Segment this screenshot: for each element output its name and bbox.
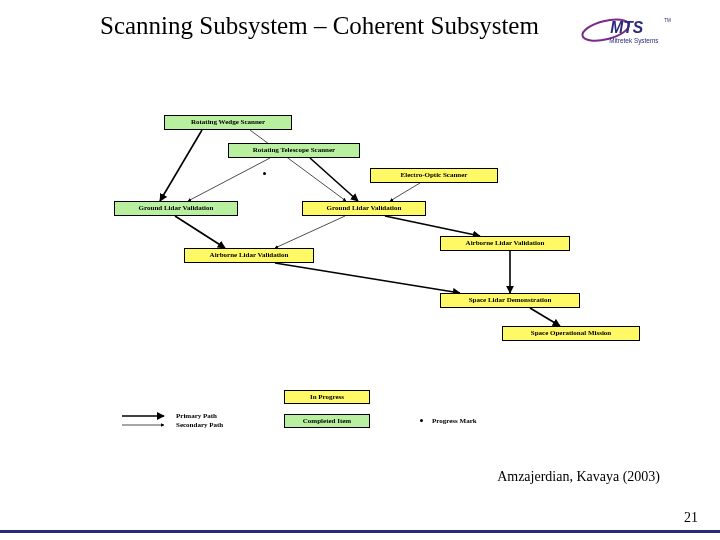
node-space-mission: Space Operational Mission bbox=[502, 326, 640, 341]
citation-text: Amzajerdian, Kavaya (2003) bbox=[497, 469, 660, 485]
node-ground-lidar-2: Ground Lidar Validation bbox=[302, 201, 426, 216]
legend-secondary-label: Secondary Path bbox=[176, 421, 223, 429]
node-electro-optic: Electro-Optic Scanner bbox=[370, 168, 498, 183]
svg-line-10 bbox=[275, 216, 345, 248]
diagram-legend: Primary Path Secondary Path In Progress … bbox=[120, 388, 630, 448]
brand-logo: MTS TM Mitretek Systems bbox=[580, 14, 690, 48]
legend-primary-label: Primary Path bbox=[176, 412, 217, 420]
svg-line-9 bbox=[175, 216, 225, 248]
footer-rule bbox=[0, 530, 720, 533]
svg-text:TM: TM bbox=[664, 18, 671, 23]
legend-completed: Completed Item bbox=[284, 414, 370, 428]
legend-progress-dot bbox=[420, 419, 423, 422]
progress-mark-dot bbox=[263, 172, 266, 175]
svg-text:MTS: MTS bbox=[610, 19, 643, 36]
svg-line-8 bbox=[390, 183, 420, 201]
page-number: 21 bbox=[684, 510, 698, 526]
svg-line-4 bbox=[160, 130, 202, 201]
legend-path-lines bbox=[120, 411, 170, 431]
svg-text:Mitretek Systems: Mitretek Systems bbox=[609, 37, 658, 45]
svg-line-11 bbox=[385, 216, 480, 236]
node-ground-lidar-1: Ground Lidar Validation bbox=[114, 201, 238, 216]
svg-line-5 bbox=[250, 130, 346, 201]
svg-line-6 bbox=[188, 158, 270, 201]
legend-progress-label: Progress Mark bbox=[432, 417, 477, 425]
node-space-demo: Space Lidar Demonstration bbox=[440, 293, 580, 308]
node-airborne-lidar-2: Airborne Lidar Validation bbox=[440, 236, 570, 251]
svg-line-14 bbox=[530, 308, 560, 326]
svg-line-12 bbox=[275, 263, 460, 293]
svg-line-7 bbox=[310, 158, 358, 201]
legend-in-progress: In Progress bbox=[284, 390, 370, 404]
flow-diagram: Rotating Wedge Scanner Rotating Telescop… bbox=[100, 110, 660, 365]
node-rotating-telescope: Rotating Telescope Scanner bbox=[228, 143, 360, 158]
node-airborne-lidar-1: Airborne Lidar Validation bbox=[184, 248, 314, 263]
page-title: Scanning Subsystem – Coherent Subsystem bbox=[100, 12, 539, 41]
slide-page: Scanning Subsystem – Coherent Subsystem … bbox=[0, 0, 720, 540]
node-rotating-wedge: Rotating Wedge Scanner bbox=[164, 115, 292, 130]
